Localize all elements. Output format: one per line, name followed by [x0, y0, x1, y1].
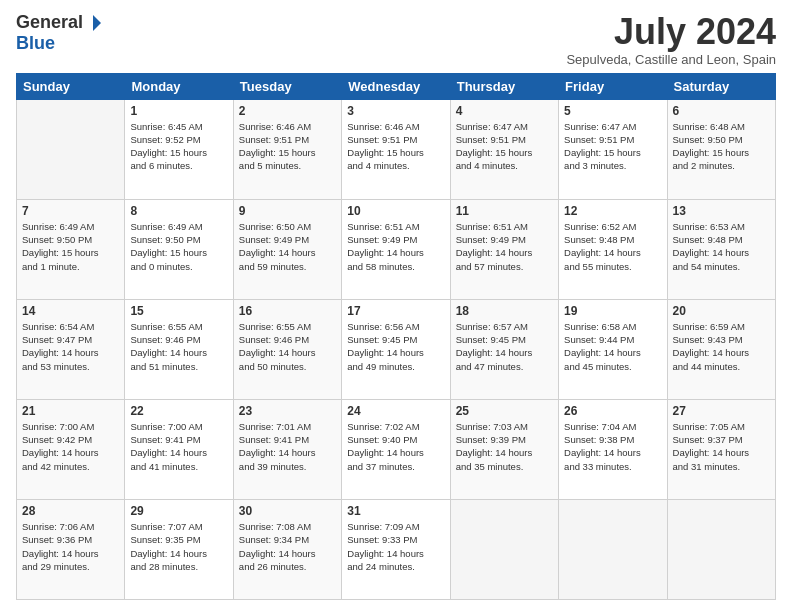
title-section: July 2024 Sepulveda, Castille and Leon, … — [566, 12, 776, 67]
day-info: Sunrise: 7:04 AM Sunset: 9:38 PM Dayligh… — [564, 420, 661, 473]
logo-general-text: General — [16, 12, 83, 33]
calendar-cell — [667, 499, 775, 599]
day-info: Sunrise: 7:02 AM Sunset: 9:40 PM Dayligh… — [347, 420, 444, 473]
day-info: Sunrise: 6:45 AM Sunset: 9:52 PM Dayligh… — [130, 120, 227, 173]
calendar-cell: 12Sunrise: 6:52 AM Sunset: 9:48 PM Dayli… — [559, 199, 667, 299]
calendar-cell: 5Sunrise: 6:47 AM Sunset: 9:51 PM Daylig… — [559, 99, 667, 199]
day-number: 17 — [347, 304, 444, 318]
day-number: 27 — [673, 404, 770, 418]
calendar-cell: 18Sunrise: 6:57 AM Sunset: 9:45 PM Dayli… — [450, 299, 558, 399]
calendar-cell: 3Sunrise: 6:46 AM Sunset: 9:51 PM Daylig… — [342, 99, 450, 199]
day-info: Sunrise: 7:03 AM Sunset: 9:39 PM Dayligh… — [456, 420, 553, 473]
day-number: 29 — [130, 504, 227, 518]
day-info: Sunrise: 7:08 AM Sunset: 9:34 PM Dayligh… — [239, 520, 336, 573]
day-number: 2 — [239, 104, 336, 118]
svg-marker-0 — [93, 15, 101, 31]
calendar-cell: 4Sunrise: 6:47 AM Sunset: 9:51 PM Daylig… — [450, 99, 558, 199]
day-number: 21 — [22, 404, 119, 418]
calendar-cell — [17, 99, 125, 199]
day-info: Sunrise: 7:06 AM Sunset: 9:36 PM Dayligh… — [22, 520, 119, 573]
page: General Blue July 2024 Sepulveda, Castil… — [0, 0, 792, 612]
day-info: Sunrise: 6:49 AM Sunset: 9:50 PM Dayligh… — [22, 220, 119, 273]
day-info: Sunrise: 7:07 AM Sunset: 9:35 PM Dayligh… — [130, 520, 227, 573]
calendar-cell: 21Sunrise: 7:00 AM Sunset: 9:42 PM Dayli… — [17, 399, 125, 499]
calendar-cell: 23Sunrise: 7:01 AM Sunset: 9:41 PM Dayli… — [233, 399, 341, 499]
day-number: 3 — [347, 104, 444, 118]
logo: General Blue — [16, 12, 102, 54]
calendar-header-thursday: Thursday — [450, 73, 558, 99]
calendar-cell: 10Sunrise: 6:51 AM Sunset: 9:49 PM Dayli… — [342, 199, 450, 299]
day-info: Sunrise: 7:01 AM Sunset: 9:41 PM Dayligh… — [239, 420, 336, 473]
calendar-cell — [450, 499, 558, 599]
day-number: 10 — [347, 204, 444, 218]
day-info: Sunrise: 7:05 AM Sunset: 9:37 PM Dayligh… — [673, 420, 770, 473]
calendar-cell: 29Sunrise: 7:07 AM Sunset: 9:35 PM Dayli… — [125, 499, 233, 599]
day-number: 13 — [673, 204, 770, 218]
day-number: 16 — [239, 304, 336, 318]
day-info: Sunrise: 7:09 AM Sunset: 9:33 PM Dayligh… — [347, 520, 444, 573]
day-info: Sunrise: 6:47 AM Sunset: 9:51 PM Dayligh… — [564, 120, 661, 173]
day-info: Sunrise: 6:52 AM Sunset: 9:48 PM Dayligh… — [564, 220, 661, 273]
day-number: 12 — [564, 204, 661, 218]
calendar-cell: 27Sunrise: 7:05 AM Sunset: 9:37 PM Dayli… — [667, 399, 775, 499]
day-number: 4 — [456, 104, 553, 118]
day-info: Sunrise: 6:58 AM Sunset: 9:44 PM Dayligh… — [564, 320, 661, 373]
calendar-cell: 20Sunrise: 6:59 AM Sunset: 9:43 PM Dayli… — [667, 299, 775, 399]
calendar-cell: 9Sunrise: 6:50 AM Sunset: 9:49 PM Daylig… — [233, 199, 341, 299]
day-info: Sunrise: 6:48 AM Sunset: 9:50 PM Dayligh… — [673, 120, 770, 173]
day-info: Sunrise: 6:53 AM Sunset: 9:48 PM Dayligh… — [673, 220, 770, 273]
header: General Blue July 2024 Sepulveda, Castil… — [16, 12, 776, 67]
logo-flag-icon — [84, 14, 102, 32]
day-number: 24 — [347, 404, 444, 418]
day-info: Sunrise: 6:46 AM Sunset: 9:51 PM Dayligh… — [239, 120, 336, 173]
calendar-header-monday: Monday — [125, 73, 233, 99]
day-info: Sunrise: 6:46 AM Sunset: 9:51 PM Dayligh… — [347, 120, 444, 173]
calendar-cell: 22Sunrise: 7:00 AM Sunset: 9:41 PM Dayli… — [125, 399, 233, 499]
calendar-cell: 1Sunrise: 6:45 AM Sunset: 9:52 PM Daylig… — [125, 99, 233, 199]
calendar-table: SundayMondayTuesdayWednesdayThursdayFrid… — [16, 73, 776, 600]
location-subtitle: Sepulveda, Castille and Leon, Spain — [566, 52, 776, 67]
day-number: 9 — [239, 204, 336, 218]
day-info: Sunrise: 6:51 AM Sunset: 9:49 PM Dayligh… — [347, 220, 444, 273]
day-number: 20 — [673, 304, 770, 318]
day-info: Sunrise: 6:49 AM Sunset: 9:50 PM Dayligh… — [130, 220, 227, 273]
calendar-header-tuesday: Tuesday — [233, 73, 341, 99]
day-info: Sunrise: 6:57 AM Sunset: 9:45 PM Dayligh… — [456, 320, 553, 373]
day-number: 26 — [564, 404, 661, 418]
day-info: Sunrise: 6:55 AM Sunset: 9:46 PM Dayligh… — [239, 320, 336, 373]
calendar-header-wednesday: Wednesday — [342, 73, 450, 99]
day-number: 23 — [239, 404, 336, 418]
day-number: 30 — [239, 504, 336, 518]
calendar-cell: 16Sunrise: 6:55 AM Sunset: 9:46 PM Dayli… — [233, 299, 341, 399]
day-number: 22 — [130, 404, 227, 418]
logo-blue-text: Blue — [16, 33, 55, 54]
day-number: 19 — [564, 304, 661, 318]
day-number: 28 — [22, 504, 119, 518]
day-number: 8 — [130, 204, 227, 218]
day-number: 25 — [456, 404, 553, 418]
calendar-cell: 24Sunrise: 7:02 AM Sunset: 9:40 PM Dayli… — [342, 399, 450, 499]
calendar-cell: 14Sunrise: 6:54 AM Sunset: 9:47 PM Dayli… — [17, 299, 125, 399]
calendar-cell: 25Sunrise: 7:03 AM Sunset: 9:39 PM Dayli… — [450, 399, 558, 499]
day-number: 31 — [347, 504, 444, 518]
day-number: 14 — [22, 304, 119, 318]
day-number: 15 — [130, 304, 227, 318]
calendar-cell: 7Sunrise: 6:49 AM Sunset: 9:50 PM Daylig… — [17, 199, 125, 299]
calendar-cell: 26Sunrise: 7:04 AM Sunset: 9:38 PM Dayli… — [559, 399, 667, 499]
calendar-cell: 28Sunrise: 7:06 AM Sunset: 9:36 PM Dayli… — [17, 499, 125, 599]
calendar-header-friday: Friday — [559, 73, 667, 99]
day-info: Sunrise: 6:54 AM Sunset: 9:47 PM Dayligh… — [22, 320, 119, 373]
day-info: Sunrise: 6:55 AM Sunset: 9:46 PM Dayligh… — [130, 320, 227, 373]
day-info: Sunrise: 6:56 AM Sunset: 9:45 PM Dayligh… — [347, 320, 444, 373]
month-title: July 2024 — [566, 12, 776, 52]
day-info: Sunrise: 6:59 AM Sunset: 9:43 PM Dayligh… — [673, 320, 770, 373]
calendar-cell: 17Sunrise: 6:56 AM Sunset: 9:45 PM Dayli… — [342, 299, 450, 399]
calendar-cell: 6Sunrise: 6:48 AM Sunset: 9:50 PM Daylig… — [667, 99, 775, 199]
calendar-cell — [559, 499, 667, 599]
day-number: 1 — [130, 104, 227, 118]
calendar-cell: 11Sunrise: 6:51 AM Sunset: 9:49 PM Dayli… — [450, 199, 558, 299]
day-info: Sunrise: 6:47 AM Sunset: 9:51 PM Dayligh… — [456, 120, 553, 173]
day-number: 6 — [673, 104, 770, 118]
calendar-cell: 2Sunrise: 6:46 AM Sunset: 9:51 PM Daylig… — [233, 99, 341, 199]
calendar-cell: 15Sunrise: 6:55 AM Sunset: 9:46 PM Dayli… — [125, 299, 233, 399]
